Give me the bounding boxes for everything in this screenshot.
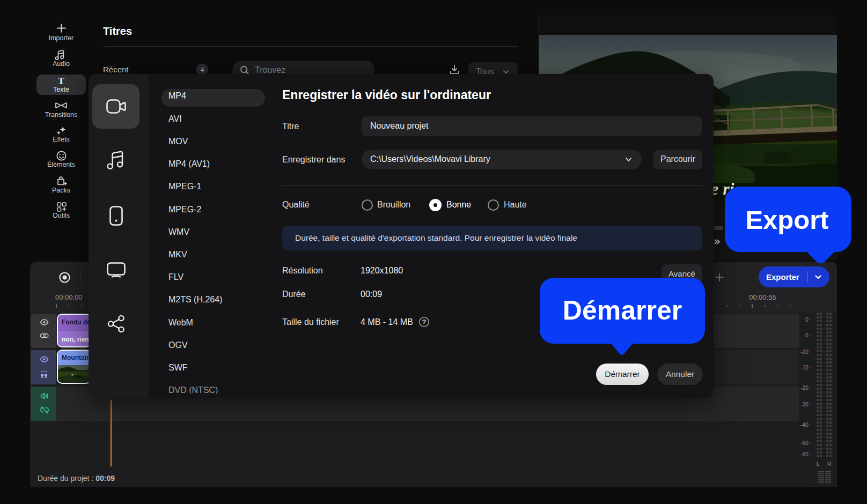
- svg-text:?: ?: [422, 318, 427, 326]
